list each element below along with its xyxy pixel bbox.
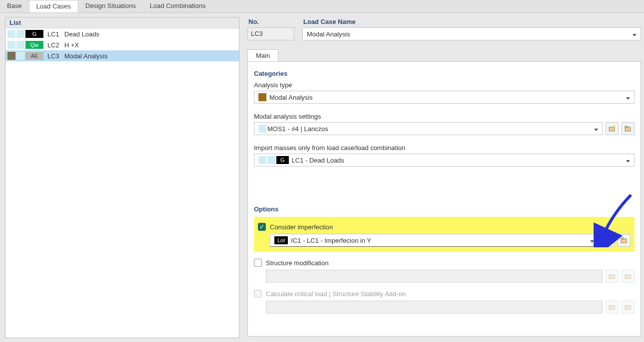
chevron-down-icon: [594, 125, 598, 133]
detail-pane: Categories Analysis type Modal Analysis …: [247, 61, 641, 337]
color-swatch-icon: [267, 156, 275, 164]
chevron-down-icon: [633, 30, 637, 38]
tab-base[interactable]: Base: [0, 0, 29, 12]
list-item[interactable]: AE LC3 Modal Analysis: [5, 50, 239, 61]
new-button[interactable]: [606, 122, 619, 135]
tab-main[interactable]: Main: [247, 49, 278, 61]
import-masses-select[interactable]: G LC1 - Dead Loads: [254, 154, 635, 167]
import-masses-value: LC1 - Dead Loads: [292, 157, 345, 164]
new-star-folder-icon: [608, 272, 616, 280]
open-button[interactable]: [622, 122, 635, 135]
modal-settings-select[interactable]: MOS1 - #4 | Lanczos: [254, 122, 603, 135]
svg-rect-0: [609, 127, 615, 131]
category-badge: Qw: [25, 41, 43, 49]
color-swatch-icon: [258, 93, 266, 101]
structure-modification-checkbox[interactable]: [254, 259, 262, 267]
color-swatch-icon: [7, 52, 15, 60]
open-button: [622, 270, 635, 283]
svg-rect-9: [625, 275, 631, 279]
lc-id: LC3: [47, 52, 62, 60]
svg-rect-7: [621, 238, 624, 239]
svg-rect-3: [625, 126, 628, 128]
structure-modification-label: Structure modification: [266, 259, 329, 267]
new-button: [606, 301, 619, 314]
category-badge: G: [276, 156, 289, 164]
right-panel: No. LC3 Load Case Name Modal Analysis Ma…: [244, 13, 644, 342]
list-item[interactable]: G LC1 Dead Loads: [5, 28, 239, 39]
imperfection-select[interactable]: LoI IC1 - LC1 - Imperfecion in Y: [270, 234, 599, 247]
open-folder-icon: [624, 272, 632, 280]
lc-id: LC1: [47, 30, 62, 38]
load-case-name-label: Load Case Name: [302, 17, 641, 27]
open-folder-icon: [624, 303, 632, 311]
left-panel: List G LC1 Dead Loads Qw LC2 H +X: [0, 13, 244, 342]
lc-name: H +X: [64, 41, 79, 49]
section-categories: Categories: [254, 70, 635, 77]
open-button[interactable]: [618, 234, 631, 247]
svg-rect-8: [609, 275, 615, 279]
section-options: Options: [254, 205, 635, 213]
consider-imperfection-checkbox[interactable]: [258, 223, 266, 231]
new-star-folder-icon: [608, 125, 616, 133]
calculate-critical-checkbox: [254, 290, 262, 298]
open-folder-icon: [620, 236, 628, 244]
no-label: No.: [247, 17, 294, 27]
lc-name: Modal Analysis: [64, 52, 108, 60]
new-star-folder-icon: [608, 303, 616, 311]
calculate-critical-select: [266, 301, 603, 314]
lc-name: Dead Loads: [64, 30, 99, 38]
no-field[interactable]: LC3: [247, 27, 294, 40]
modal-settings-label: Modal analysis settings: [254, 113, 635, 120]
svg-rect-4: [605, 239, 611, 243]
list-box: List G LC1 Dead Loads Qw LC2 H +X: [5, 17, 239, 338]
analysis-type-value: Modal Analysis: [269, 94, 313, 101]
open-button: [622, 301, 635, 314]
list-body: G LC1 Dead Loads Qw LC2 H +X AE LC3 Moda: [5, 28, 239, 61]
color-swatch-icon: [258, 156, 266, 164]
imperfection-value: IC1 - LC1 - Imperfecion in Y: [291, 237, 371, 244]
analysis-type-select[interactable]: Modal Analysis: [254, 91, 635, 104]
chevron-down-icon: [590, 237, 594, 244]
open-folder-icon: [624, 125, 632, 133]
tab-design-situations[interactable]: Design Situations: [78, 0, 143, 12]
tab-load-combinations[interactable]: Load Combinations: [143, 0, 213, 12]
load-case-name-value: Modal Analysis: [307, 30, 350, 38]
structure-modification-select: [266, 270, 603, 283]
new-button: [606, 270, 619, 283]
category-badge: G: [25, 30, 43, 38]
color-swatch-icon: [16, 30, 24, 38]
top-tabs: Base Load Cases Design Situations Load C…: [0, 0, 644, 13]
consider-imperfection-highlight: Consider imperfection LoI IC1 - LC1 - Im…: [254, 217, 635, 252]
lc-id: LC2: [47, 41, 62, 49]
svg-rect-10: [609, 306, 615, 310]
color-swatch-icon: [7, 41, 15, 49]
new-button[interactable]: [602, 234, 615, 247]
svg-rect-11: [625, 306, 631, 310]
import-masses-label: Import masses only from load case/load c…: [254, 144, 635, 152]
consider-imperfection-label: Consider imperfection: [270, 223, 333, 231]
chevron-down-icon: [626, 157, 630, 164]
color-swatch-icon: [16, 41, 24, 49]
color-swatch-icon: [7, 30, 15, 38]
modal-settings-value: MOS1 - #4 | Lanczos: [267, 125, 328, 133]
analysis-type-label: Analysis type: [254, 81, 635, 89]
new-star-folder-icon: [604, 236, 612, 244]
color-swatch-icon: [16, 52, 24, 60]
calculate-critical-label: Calculate critical load | Structure Stab…: [266, 290, 406, 298]
color-swatch-icon: [258, 125, 266, 133]
load-case-name-select[interactable]: Modal Analysis: [302, 27, 641, 40]
list-header: List: [5, 17, 239, 28]
tab-load-cases[interactable]: Load Cases: [29, 0, 78, 12]
chevron-down-icon: [626, 94, 630, 101]
imperfection-badge: LoI: [274, 236, 288, 244]
category-badge: AE: [25, 52, 43, 60]
list-item[interactable]: Qw LC2 H +X: [5, 39, 239, 50]
